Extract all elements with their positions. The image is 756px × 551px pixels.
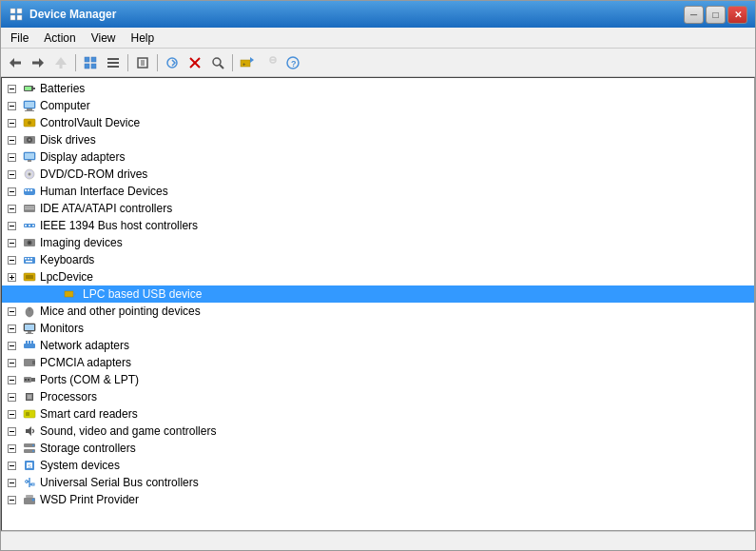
svg-point-52 <box>29 139 30 141</box>
tree-item-networkadapters[interactable]: Network adapters <box>2 337 754 354</box>
svg-point-124 <box>25 379 27 381</box>
tree-item-ports[interactable]: Ports (COM & LPT) <box>2 371 754 388</box>
svg-rect-57 <box>28 160 31 162</box>
item-icon-micepointing <box>22 304 37 319</box>
tree-item-monitors[interactable]: Monitors <box>2 320 754 337</box>
tree-item-computer[interactable]: Computer <box>2 97 754 114</box>
expand-icon <box>4 132 19 148</box>
toolbar-view1[interactable] <box>80 52 101 73</box>
item-label-pcmcia: PCMCIA adapters <box>40 356 131 369</box>
svg-rect-113 <box>26 341 28 344</box>
tree-item-smartcard[interactable]: Smart card readers <box>2 405 754 423</box>
update-driver-button[interactable] <box>162 52 183 73</box>
tree-item-dvdcdrom[interactable]: DVD/CD-ROM drives <box>2 166 754 183</box>
toolbar-sep-3 <box>157 54 158 71</box>
expand-icon <box>4 98 19 113</box>
svg-rect-107 <box>25 325 34 330</box>
svg-point-142 <box>32 444 34 446</box>
tree-item-humaninterface[interactable]: Human Interface Devices <box>2 183 754 200</box>
item-icon-batteries <box>22 81 37 96</box>
tree-item-ieee1394[interactable]: IEEE 1394 Bus host controllers <box>2 217 754 234</box>
item-icon-wsd <box>22 492 37 507</box>
svg-rect-41 <box>27 108 32 110</box>
maximize-button[interactable]: □ <box>706 6 726 24</box>
window-title: Device Manager <box>29 8 684 21</box>
uninstall-button[interactable] <box>184 52 205 73</box>
toolbar-view2[interactable] <box>103 52 124 73</box>
tree-item-lpcbasedusb[interactable]: LPC based USB device <box>2 285 754 303</box>
item-icon-ieee1394 <box>22 218 37 233</box>
svg-point-77 <box>25 225 27 226</box>
svg-rect-11 <box>91 57 96 62</box>
menu-view[interactable]: View <box>84 28 124 48</box>
tree-item-diskdrives[interactable]: Disk drives <box>2 131 754 148</box>
menu-help[interactable]: Help <box>124 28 163 48</box>
expand-icon <box>4 218 19 233</box>
tree-item-keyboards[interactable]: Keyboards <box>2 251 754 268</box>
svg-rect-119 <box>32 361 35 364</box>
help-button[interactable]: ? <box>282 52 303 73</box>
tree-item-wsd[interactable]: WSD Print Provider <box>2 491 754 508</box>
item-label-batteries: Batteries <box>40 82 85 95</box>
back-button[interactable] <box>5 52 26 73</box>
svg-rect-73 <box>25 208 34 209</box>
tree-item-pcmcia[interactable]: PCMCIA adapters <box>2 354 754 371</box>
tree-item-storage[interactable]: Storage controllers <box>2 440 754 457</box>
svg-rect-2 <box>10 15 15 20</box>
tree-item-ideata[interactable]: IDE ATA/ATAPI controllers <box>2 200 754 217</box>
svg-line-25 <box>220 65 223 69</box>
scan-hardware-button[interactable] <box>207 52 228 73</box>
svg-point-78 <box>29 225 30 226</box>
tree-item-usb[interactable]: Universal Serial Bus controllers <box>2 474 754 491</box>
svg-rect-134 <box>26 412 29 416</box>
tree-leaf-icon <box>51 286 60 302</box>
svg-rect-89 <box>28 258 29 260</box>
remove-hardware-button[interactable] <box>260 52 281 73</box>
svg-point-47 <box>28 121 31 125</box>
svg-rect-72 <box>25 207 34 207</box>
svg-rect-1 <box>17 9 22 13</box>
expand-icon <box>4 167 19 182</box>
tree-item-displayadapters[interactable]: Display adapters <box>2 148 754 166</box>
add-hardware-button[interactable]: + <box>237 52 258 73</box>
expand-icon <box>4 184 19 199</box>
menu-file[interactable]: File <box>3 28 36 48</box>
svg-point-24 <box>213 58 221 66</box>
tree-item-processors[interactable]: Processors <box>2 388 754 405</box>
forward-button[interactable] <box>28 52 48 73</box>
svg-rect-90 <box>30 258 32 260</box>
item-icon-lpcbasedusb <box>63 286 78 302</box>
title-bar: Device Manager ─ □ ✕ <box>1 1 755 28</box>
svg-rect-155 <box>31 483 34 485</box>
svg-rect-109 <box>26 333 33 334</box>
item-icon-smartcard <box>22 406 37 422</box>
item-label-diskdrives: Disk drives <box>40 133 96 147</box>
svg-point-79 <box>32 225 34 226</box>
properties-button[interactable] <box>132 52 153 73</box>
tree-item-sound[interactable]: Sound, video and game controllers <box>2 423 754 440</box>
tree-item-micepointing[interactable]: Mice and other pointing devices <box>2 303 754 320</box>
tree-item-systemdevices[interactable]: SSystem devices <box>2 457 754 474</box>
close-button[interactable]: ✕ <box>727 6 747 24</box>
svg-point-84 <box>29 242 30 244</box>
menu-bar: File Action View Help <box>1 28 755 49</box>
tree-item-batteries[interactable]: Batteries <box>2 80 754 97</box>
item-icon-controlvault <box>22 115 37 130</box>
tree-item-lpcdevice[interactable]: LpcDevice <box>2 268 754 285</box>
svg-marker-8 <box>55 57 67 65</box>
status-bar <box>1 531 755 550</box>
item-icon-lpcdevice <box>22 269 37 285</box>
item-label-monitors: Monitors <box>40 322 84 335</box>
svg-rect-68 <box>30 189 32 191</box>
minimize-button[interactable]: ─ <box>684 6 704 24</box>
tree-item-imagingdevices[interactable]: Imaging devices <box>2 234 754 251</box>
item-icon-ideata <box>22 201 37 216</box>
svg-rect-37 <box>25 87 31 90</box>
up-button[interactable] <box>50 52 71 73</box>
svg-rect-42 <box>25 110 34 111</box>
tree-item-controlvault[interactable]: ControlVault Device <box>2 114 754 131</box>
device-manager-window: Device Manager ─ □ ✕ File Action View He… <box>0 0 756 551</box>
menu-action[interactable]: Action <box>36 28 83 48</box>
tree-view[interactable]: Batteries Computer ControlVault Device D… <box>1 77 755 531</box>
expand-icon <box>4 81 19 96</box>
